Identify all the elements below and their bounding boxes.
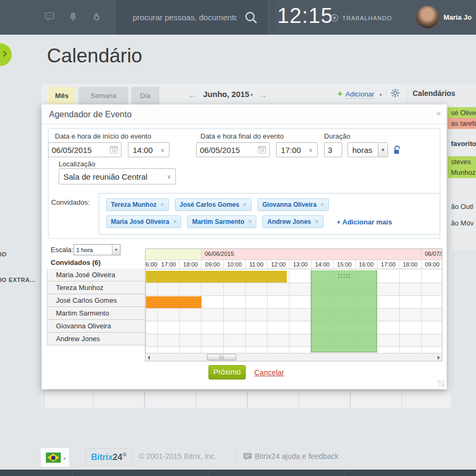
calendar-list-item[interactable]: Munhoz [448, 167, 476, 178]
search-icon[interactable] [244, 11, 258, 25]
duration-label: Duração [324, 132, 350, 140]
guest-chip-label: José Carlos Gomes [180, 201, 239, 208]
guest-chip[interactable]: Martim Sarmento× [187, 215, 256, 228]
next-month-arrow-icon[interactable]: → [259, 91, 267, 100]
menu-collapse-toggle[interactable] [0, 43, 12, 66]
scale-value: 1 hora [76, 247, 93, 253]
work-status[interactable]: TRABALHANDO [330, 14, 392, 22]
sidebar-item-fragment[interactable]: IO EXTRA... [0, 277, 36, 283]
month-grid-band [42, 391, 451, 407]
tab-month[interactable]: Mês [48, 87, 76, 104]
chat-icon[interactable] [45, 12, 54, 21]
clock-time[interactable]: 12:15 [277, 4, 333, 28]
grid-row [146, 309, 442, 321]
cancel-link[interactable]: Cancelar [254, 368, 284, 377]
chevron-down-icon: ∨ [160, 147, 165, 154]
sidebar-item-fragment[interactable]: IO [0, 251, 7, 257]
location-select[interactable]: Sala de reunião Central ∨ [59, 168, 176, 184]
calendar-list-item[interactable]: sé Olive [448, 107, 476, 118]
tab-day[interactable]: Dia [131, 87, 159, 104]
remove-guest-icon[interactable]: × [320, 201, 324, 208]
guest-chip-label: Maria José Oliveira [111, 218, 169, 225]
end-time-value: 17:00 [281, 146, 301, 155]
guest-chip[interactable]: Tereza Munhoz× [106, 198, 169, 211]
gear-icon[interactable] [391, 88, 400, 98]
guest-row-name: Maria José Oliveira [47, 269, 145, 281]
guest-chip-label: Martim Sarmento [192, 218, 244, 225]
calendar-link-item[interactable]: ão Móv [448, 217, 476, 229]
duration-unit-select[interactable]: horas ▾ [348, 142, 388, 157]
dropdown-caret-icon: ▾ [63, 456, 66, 461]
page-title: Calendário [47, 45, 142, 67]
dialog-title: Agendador de Evento [49, 110, 132, 119]
guest-chip[interactable]: José Carlos Gomes× [175, 198, 252, 211]
hour-tick: 09:00 [201, 260, 223, 269]
remove-guest-icon[interactable]: × [315, 218, 319, 225]
plus-icon: + [337, 88, 343, 99]
end-time-select[interactable]: 17:00 ∨ [276, 142, 318, 157]
feedback-link[interactable]: Bitrix24 ajuda e feedback [255, 452, 338, 461]
close-icon[interactable]: × [436, 109, 441, 119]
calendar-link-item[interactable]: ão Outl [448, 201, 476, 212]
drag-handle-icon[interactable] [337, 273, 351, 279]
grid-rows-area [146, 270, 442, 361]
remove-guest-icon[interactable]: × [248, 218, 252, 225]
guest-chip-label: Giovanna Oliveira [262, 201, 317, 208]
guests-box: Tereza Munhoz× José Carlos Gomes× Giovan… [99, 193, 440, 235]
guest-chip[interactable]: Andrew Jones× [262, 215, 323, 228]
scale-select[interactable]: 1 hora ▾ [74, 244, 120, 255]
bitrix24-logo[interactable]: Bitrix24 [85, 448, 132, 466]
period-label[interactable]: Junho, 2015 [203, 90, 249, 99]
location-label: Localização [59, 160, 95, 168]
duration-unit-value: horas [352, 146, 373, 155]
unlock-icon[interactable] [393, 146, 401, 155]
calendar-list-item[interactable]: steves [448, 156, 476, 167]
date-segment [146, 249, 201, 260]
prev-month-arrow-icon[interactable]: ← [188, 91, 196, 100]
horizontal-scrollbar[interactable] [146, 353, 442, 361]
remove-guest-icon[interactable]: × [160, 201, 164, 208]
feedback-bubble-icon[interactable] [243, 453, 252, 461]
dropdown-caret-icon: ▾ [378, 143, 388, 157]
add-more-guests-link[interactable]: + Adicionar mais [337, 218, 392, 226]
remove-guest-icon[interactable]: × [243, 201, 247, 208]
start-time-select[interactable]: 14:00 ∨ [128, 142, 170, 157]
scrollbar-thumb[interactable] [207, 354, 236, 360]
guest-chip[interactable]: Maria José Oliveira× [106, 215, 181, 228]
avatar[interactable] [416, 6, 439, 28]
calendar-list-item[interactable]: as tarefa [448, 118, 476, 129]
search-input[interactable] [133, 10, 237, 25]
resize-handle-icon[interactable] [438, 380, 445, 387]
period-caret-icon[interactable]: ▾ [251, 92, 253, 98]
chevron-down-icon: ∨ [309, 147, 313, 154]
chevron-icon [1, 51, 6, 57]
chevron-down-icon: ∨ [167, 173, 171, 180]
duration-input[interactable] [324, 142, 342, 157]
user-name[interactable]: Maria Jo [443, 13, 472, 21]
language-selector[interactable]: ▾ [40, 447, 70, 467]
selection-overlay[interactable] [311, 270, 377, 352]
scroll-right-arrow-icon[interactable] [438, 356, 440, 360]
tab-week[interactable]: Semana [78, 87, 128, 104]
next-button[interactable]: Próximo [208, 365, 246, 380]
hour-tick: 09:00 [421, 260, 442, 269]
grid-row [146, 283, 442, 296]
calendar-picker-icon[interactable]: 24 [110, 146, 118, 154]
scroll-left-arrow-icon[interactable] [148, 356, 150, 360]
hour-tick: 12:00 [267, 260, 289, 269]
copyright-text: © 2001-2015 Bitrix, Inc. [139, 452, 217, 461]
brazil-flag-icon [46, 453, 61, 463]
dialog-header[interactable]: Agendador de Evento × [42, 104, 447, 124]
drive-drop-icon[interactable] [92, 12, 101, 21]
availability-grid[interactable]: 06/06/2015 06/07/2 6:00 17:00 18:00 09:0… [145, 248, 442, 361]
hour-tick: 10:00 [223, 260, 245, 269]
remove-guest-icon[interactable]: × [173, 218, 176, 225]
status-label: TRABALHANDO [342, 15, 392, 21]
add-event-button[interactable]: Adicionar [345, 90, 374, 99]
calendar-picker-icon[interactable]: 24 [258, 146, 266, 154]
bell-icon[interactable] [68, 12, 78, 21]
calendar-section-header: favorito [448, 138, 476, 149]
logo-part2: 24 [113, 453, 123, 462]
guest-chip[interactable]: Giovanna Oliveira× [257, 198, 329, 211]
add-caret-icon[interactable]: ▾ [380, 92, 382, 98]
